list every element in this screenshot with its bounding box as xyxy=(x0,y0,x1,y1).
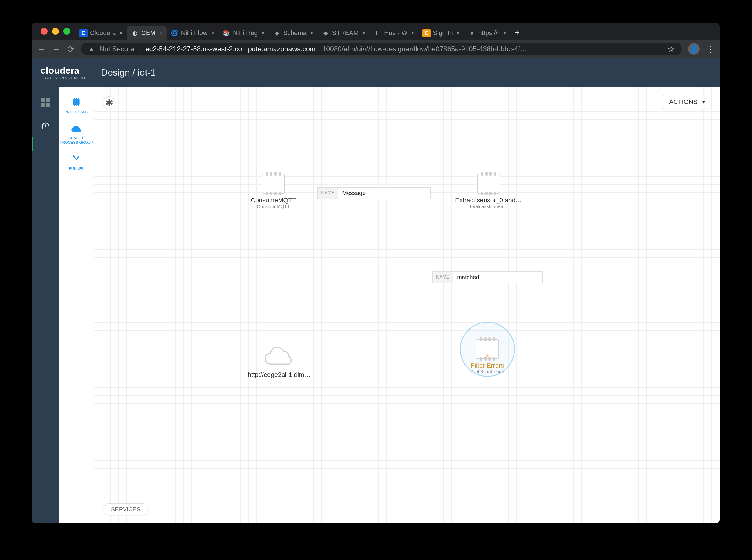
favicon-cloudera: C xyxy=(79,29,88,37)
tab-hue[interactable]: H Hue - W × xyxy=(370,26,418,40)
tab-title: https://r xyxy=(478,29,500,37)
tab-title: STREAM xyxy=(332,29,359,37)
tab-close-icon[interactable]: × xyxy=(502,29,508,37)
tab-signin[interactable]: C Sign In × xyxy=(418,26,464,40)
back-icon[interactable]: ← xyxy=(37,44,46,54)
cloud-icon xyxy=(70,122,83,135)
new-tab-button[interactable]: + xyxy=(510,28,524,38)
reload-icon[interactable]: ⟳ xyxy=(67,44,75,54)
tab-close-icon[interactable]: × xyxy=(118,29,124,37)
minimize-window-icon[interactable] xyxy=(52,28,59,35)
tab-close-icon[interactable]: × xyxy=(410,29,416,37)
tab-close-icon[interactable]: × xyxy=(210,29,216,37)
app-header: cloudera EDGE MANAGEMENT Design / iot-1 xyxy=(32,58,719,87)
tab-close-icon[interactable]: × xyxy=(361,29,367,37)
services-button[interactable]: SERVICES xyxy=(103,503,149,515)
palette-rpg[interactable]: REMOTE PROCESS GROUP xyxy=(59,122,94,145)
palette-rpg-label: REMOTE PROCESS GROUP xyxy=(59,136,94,145)
tab-close-icon[interactable]: × xyxy=(158,29,163,37)
browser-window: C Cloudera × ◍ CEM × 🌀 NiFi Flow × 📚 NiF… xyxy=(32,23,719,523)
svg-rect-1 xyxy=(46,98,50,102)
palette-funnel-label: FUNNEL xyxy=(69,167,84,171)
url-path: :10080/efm/ui/#/flow-designer/flow/be078… xyxy=(320,45,527,53)
logo-sub: EDGE MANAGEMENT xyxy=(41,76,86,79)
unsaved-changes-badge[interactable]: ✱ xyxy=(103,96,115,109)
connection-label-message[interactable]: NAME Message xyxy=(317,187,430,199)
sidebar-item-dashboard[interactable] xyxy=(39,119,53,133)
tab-https[interactable]: ● https://r × xyxy=(464,26,510,40)
maximize-window-icon[interactable] xyxy=(63,28,70,35)
processor-type: ConsumeMQTT xyxy=(257,204,290,209)
svg-rect-9 xyxy=(76,105,77,106)
tab-nifi-flow[interactable]: 🌀 NiFi Flow × xyxy=(167,26,218,40)
svg-rect-3 xyxy=(46,103,50,107)
tab-strip: C Cloudera × ◍ CEM × 🌀 NiFi Flow × 📚 NiF… xyxy=(32,23,719,40)
tab-nifi-reg[interactable]: 📚 NiFi Reg × xyxy=(218,26,269,40)
chevron-down-icon: ▾ xyxy=(702,98,705,106)
svg-rect-6 xyxy=(76,98,77,99)
tab-title: NiFi Flow xyxy=(181,29,208,37)
favicon-stream: ◆ xyxy=(322,29,330,37)
bookmark-icon[interactable]: ☆ xyxy=(668,44,675,54)
tab-schema[interactable]: ◆ Schema × xyxy=(269,26,317,40)
menu-icon[interactable]: ⋮ xyxy=(706,44,714,54)
favicon-nifi-reg: 📚 xyxy=(223,29,231,37)
palette-processor-label: PROCESSOR xyxy=(64,110,89,114)
tab-title: NiFi Reg xyxy=(233,29,258,37)
tab-title: Cloudera xyxy=(90,29,116,37)
tab-title: CEM xyxy=(141,29,155,37)
processor-icon xyxy=(477,174,500,194)
component-palette: PROCESSOR REMOTE PROCESS GROUP FUNNEL xyxy=(59,87,94,523)
processor-icon xyxy=(262,174,285,194)
app-body: PROCESSOR REMOTE PROCESS GROUP FUNNEL ✱ … xyxy=(32,87,719,523)
connection-name-header: NAME xyxy=(318,187,338,199)
gauge-icon xyxy=(40,121,51,132)
palette-funnel[interactable]: FUNNEL xyxy=(69,152,84,171)
tab-close-icon[interactable]: × xyxy=(260,29,266,37)
logo: cloudera EDGE MANAGEMENT xyxy=(41,66,86,79)
tab-title: Hue - W xyxy=(384,29,408,37)
cloud-icon xyxy=(262,345,296,368)
breadcrumb: Design / iot-1 xyxy=(101,67,156,78)
warning-icon: ⚠ xyxy=(485,353,490,359)
palette-processor[interactable]: PROCESSOR xyxy=(64,96,89,114)
processor-extract[interactable]: Extract sensor_0 and… EvaluateJsonPath xyxy=(460,174,518,209)
svg-rect-5 xyxy=(74,98,75,99)
processor-title: Extract sensor_0 and… xyxy=(455,197,522,204)
processor-consumemqtt[interactable]: ConsumeMQTT ConsumeMQTT xyxy=(251,174,296,209)
forward-icon[interactable]: → xyxy=(52,44,61,54)
actions-button[interactable]: ACTIONS ▾ xyxy=(663,95,711,109)
svg-rect-10 xyxy=(78,105,79,106)
funnel-icon xyxy=(70,152,83,165)
processor-title: ConsumeMQTT xyxy=(251,197,296,204)
svg-rect-0 xyxy=(41,98,45,102)
close-window-icon[interactable] xyxy=(41,28,47,35)
profile-avatar[interactable]: 👤 xyxy=(688,43,700,55)
connection-name-value: Message xyxy=(338,190,430,197)
flow-canvas[interactable]: ✱ ACTIONS ▾ SERVICES xyxy=(94,87,719,523)
url-host: ec2-54-212-27-58.us-west-2.compute.amazo… xyxy=(146,45,316,53)
url-bar[interactable]: ▲ Not Secure | ec2-54-212-27-58.us-west-… xyxy=(81,43,682,55)
tab-stream[interactable]: ◆ STREAM × xyxy=(318,26,370,40)
connection-label-matched[interactable]: NAME matched xyxy=(432,271,542,283)
remote-process-group[interactable]: http://edge2ai-1.dim… xyxy=(248,345,310,379)
processor-filter-errors[interactable]: ⚠ Filter Errors RouteOnAttribute xyxy=(464,339,510,375)
macos-window-controls[interactable] xyxy=(35,28,75,35)
processor-type: EvaluateJsonPath xyxy=(470,204,507,209)
tab-close-icon[interactable]: × xyxy=(309,29,315,37)
favicon-generic: ● xyxy=(468,29,476,37)
tab-close-icon[interactable]: × xyxy=(455,29,461,37)
grid-icon xyxy=(40,97,51,108)
not-secure-label: Not Secure xyxy=(99,45,134,53)
not-secure-icon: ▲ xyxy=(88,45,95,53)
sidebar-item-grid[interactable] xyxy=(39,96,53,109)
svg-rect-7 xyxy=(78,98,79,99)
rpg-title: http://edge2ai-1.dim… xyxy=(248,371,310,379)
left-sidebar xyxy=(32,87,59,523)
tab-cloudera[interactable]: C Cloudera × xyxy=(75,26,127,40)
connection-name-value: matched xyxy=(453,274,542,281)
tab-title: Sign In xyxy=(433,29,453,37)
tab-title: Schema xyxy=(283,29,307,37)
tab-cem[interactable]: ◍ CEM × xyxy=(127,26,167,40)
favicon-hue: H xyxy=(374,29,382,37)
